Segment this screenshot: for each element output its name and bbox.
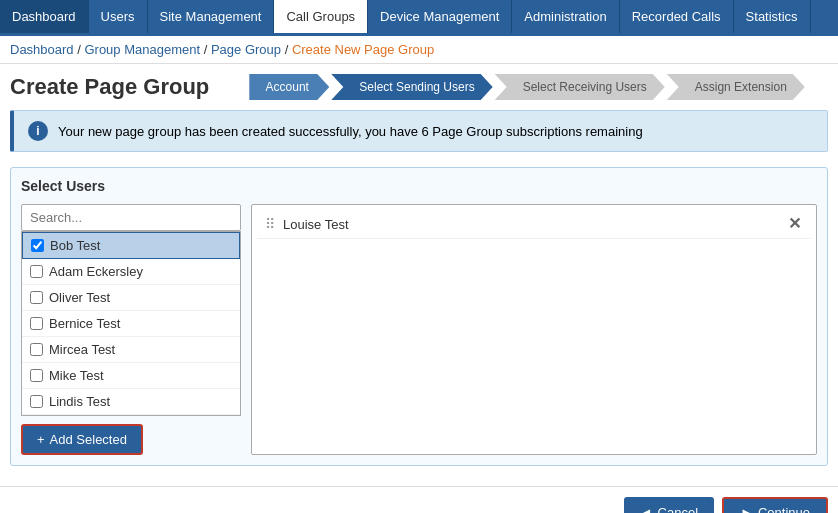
user-checkbox[interactable] <box>30 343 43 356</box>
continue-button[interactable]: ► Continue <box>722 497 828 513</box>
nav-device-management[interactable]: Device Management <box>368 0 512 33</box>
user-checkbox[interactable] <box>30 369 43 382</box>
nav-site-management[interactable]: Site Management <box>148 0 275 33</box>
remove-user-button[interactable]: ✕ <box>786 216 803 232</box>
user-checkbox[interactable] <box>30 291 43 304</box>
info-banner: i Your new page group has been created s… <box>10 110 828 152</box>
page-header: Create Page Group AccountSelect Sending … <box>0 64 838 100</box>
nav-administration[interactable]: Administration <box>512 0 619 33</box>
steps-container: AccountSelect Sending UsersSelect Receiv… <box>249 74 807 100</box>
user-name-label: Oliver Test <box>49 290 110 305</box>
drag-handle-icon[interactable]: ⠿ <box>265 216 275 232</box>
breadcrumb-current: Create New Page Group <box>292 42 434 57</box>
cancel-label: Cancel <box>658 505 698 513</box>
list-item[interactable]: Adam Eckersley <box>22 259 240 285</box>
select-users-title: Select Users <box>21 178 817 194</box>
breadcrumb: Dashboard / Group Management / Page Grou… <box>0 36 838 64</box>
step-assign-extension: Assign Extension <box>667 74 805 100</box>
continue-icon: ► <box>740 505 753 513</box>
right-panel: ⠿Louise Test✕ <box>251 204 817 455</box>
list-item[interactable]: Bob Test <box>22 232 240 259</box>
nav-dashboard[interactable]: Dashboard <box>0 0 89 33</box>
breadcrumb-separator: / <box>200 42 211 57</box>
page-wrapper: DashboardUsersSite ManagementCall Groups… <box>0 0 838 513</box>
page-title: Create Page Group <box>10 74 209 100</box>
info-message: Your new page group has been created suc… <box>58 124 643 139</box>
nav-statistics[interactable]: Statistics <box>734 0 811 33</box>
nav-call-groups[interactable]: Call Groups <box>274 0 368 33</box>
page-header-top: Create Page Group AccountSelect Sending … <box>10 74 828 100</box>
selected-user-row: ⠿Louise Test✕ <box>257 210 811 239</box>
breadcrumb-link[interactable]: Dashboard <box>10 42 74 57</box>
list-item[interactable]: Bernice Test <box>22 311 240 337</box>
user-checkbox[interactable] <box>31 239 44 252</box>
select-users-box: Select Users Bob TestAdam EckersleyOlive… <box>10 167 828 466</box>
list-item[interactable]: Lindis Test <box>22 389 240 415</box>
top-nav: DashboardUsersSite ManagementCall Groups… <box>0 0 838 33</box>
user-name-label: Mike Test <box>49 368 104 383</box>
list-item[interactable]: Mircea Test <box>22 337 240 363</box>
user-checkbox[interactable] <box>30 395 43 408</box>
user-name-label: Mircea Test <box>49 342 115 357</box>
users-list: Bob TestAdam EckersleyOliver TestBernice… <box>21 231 241 416</box>
user-name-label: Bob Test <box>50 238 100 253</box>
info-icon: i <box>28 121 48 141</box>
breadcrumb-link[interactable]: Page Group <box>211 42 281 57</box>
user-name-label: Adam Eckersley <box>49 264 143 279</box>
search-input[interactable] <box>21 204 241 231</box>
user-name-label: Lindis Test <box>49 394 110 409</box>
continue-label: Continue <box>758 505 810 513</box>
step-select-receiving-users: Select Receiving Users <box>495 74 665 100</box>
breadcrumb-separator: / <box>281 42 292 57</box>
list-item[interactable]: Mike Test <box>22 363 240 389</box>
add-selected-label: Add Selected <box>50 432 127 447</box>
breadcrumb-link[interactable]: Group Management <box>84 42 200 57</box>
nav-users[interactable]: Users <box>89 0 148 33</box>
nav-recorded-calls[interactable]: Recorded Calls <box>620 0 734 33</box>
step-select-sending-users: Select Sending Users <box>331 74 492 100</box>
selected-user-name: Louise Test <box>283 217 778 232</box>
main-content: Select Users Bob TestAdam EckersleyOlive… <box>0 162 838 476</box>
left-panel: Bob TestAdam EckersleyOliver TestBernice… <box>21 204 241 455</box>
list-item[interactable]: Oliver Test <box>22 285 240 311</box>
user-checkbox[interactable] <box>30 265 43 278</box>
add-icon: + <box>37 432 45 447</box>
step-account: Account <box>249 74 329 100</box>
breadcrumb-separator: / <box>74 42 85 57</box>
bottom-bar: ◄ Cancel ► Continue <box>0 486 838 513</box>
user-checkbox[interactable] <box>30 317 43 330</box>
user-name-label: Bernice Test <box>49 316 120 331</box>
users-layout: Bob TestAdam EckersleyOliver TestBernice… <box>21 204 817 455</box>
add-selected-button[interactable]: + Add Selected <box>21 424 143 455</box>
cancel-button[interactable]: ◄ Cancel <box>624 497 714 513</box>
cancel-icon: ◄ <box>640 505 653 513</box>
